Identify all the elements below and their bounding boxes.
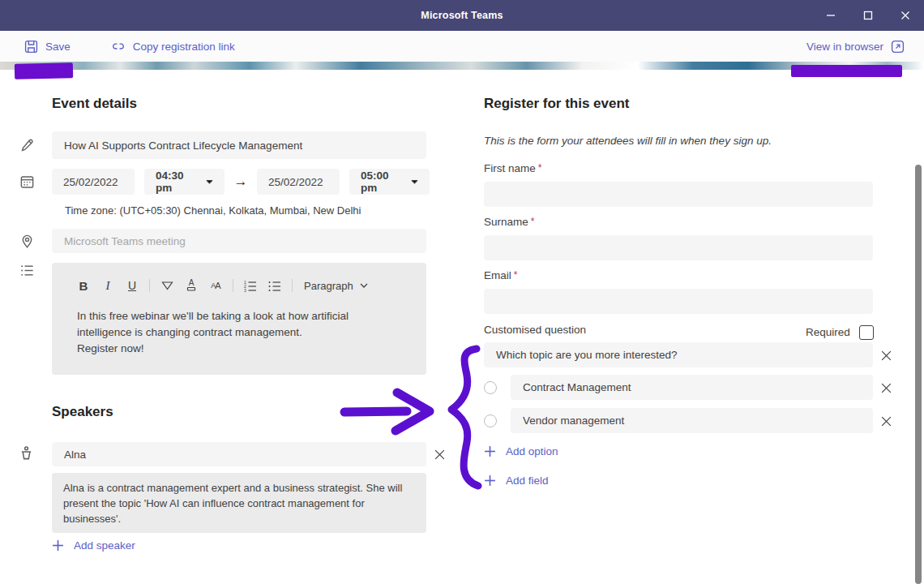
window-controls [812, 0, 924, 31]
svg-text:3: 3 [244, 288, 246, 292]
close-icon [900, 11, 910, 20]
numbered-list-icon[interactable]: 123 [238, 276, 263, 295]
description-editor: B I U A AA 123 Paragraph [52, 263, 426, 375]
purple-arrow-annotation [344, 393, 430, 431]
register-subtitle: This is the form your attendees will fil… [484, 135, 772, 147]
view-in-browser-label: View in browser [806, 41, 883, 53]
maximize-button[interactable] [849, 0, 887, 31]
clear-format-icon[interactable] [155, 276, 179, 295]
option-radio[interactable] [484, 414, 497, 427]
question-option-input[interactable] [511, 375, 873, 400]
event-banner-strip [0, 62, 924, 70]
close-icon [880, 415, 892, 427]
toolbar-divider [233, 279, 233, 292]
email-label: Email* [484, 269, 517, 281]
event-title-input[interactable] [52, 131, 426, 159]
edit-title-icon [19, 138, 35, 156]
plus-icon [484, 474, 496, 487]
teams-window: Microsoft Teams Save [0, 0, 924, 584]
chevron-down-icon [360, 282, 368, 289]
copy-registration-link-button[interactable]: Copy registration link [111, 40, 235, 53]
purple-highlight-mark-left [15, 62, 73, 79]
email-label-text: Email [484, 269, 511, 281]
view-in-browser-button[interactable]: View in browser [806, 40, 905, 54]
email-input[interactable] [484, 289, 873, 314]
save-label: Save [45, 41, 71, 53]
first-name-input[interactable] [484, 182, 873, 207]
timezone-text: Time zone: (UTC+05:30) Chennai, Kolkata,… [65, 204, 361, 217]
vertical-scrollbar-thumb[interactable] [915, 165, 922, 584]
close-button[interactable] [887, 0, 924, 31]
close-icon [880, 350, 892, 362]
plus-icon [484, 445, 496, 457]
question-option-input[interactable] [511, 408, 873, 433]
close-icon [434, 449, 446, 461]
font-size-icon[interactable]: AA [203, 276, 228, 295]
end-date-field[interactable]: 25/02/2022 [257, 169, 340, 195]
surname-input[interactable] [484, 235, 873, 260]
surname-label-text: Surname [484, 216, 528, 228]
required-asterisk: * [514, 269, 518, 281]
chevron-down-icon [206, 178, 213, 185]
save-icon [24, 40, 38, 54]
remove-question-button[interactable] [878, 347, 894, 363]
bullet-list-icon[interactable] [263, 276, 287, 295]
italic-button[interactable]: I [96, 276, 120, 295]
link-icon [111, 40, 126, 53]
editor-toolbar: B I U A AA 123 Paragraph [71, 276, 415, 295]
paragraph-style-dropdown[interactable]: Paragraph [304, 280, 368, 292]
required-checkbox[interactable] [859, 325, 874, 340]
add-field-label: Add field [506, 474, 549, 487]
first-name-label-text: First name [484, 162, 536, 174]
register-heading: Register for this event [484, 96, 630, 112]
calendar-icon [19, 174, 35, 192]
custom-question-input[interactable] [484, 342, 873, 367]
add-speaker-button[interactable]: Add speaker [52, 539, 135, 552]
remove-speaker-button[interactable] [431, 446, 447, 462]
end-time-value: 05:00 pm [361, 170, 403, 194]
purple-brace-annotation [451, 349, 478, 486]
title-bar: Microsoft Teams [0, 0, 924, 31]
first-name-label: First name* [484, 162, 541, 174]
speaker-name-input[interactable] [52, 442, 426, 466]
description-line: In this free webinar we'll be taking a l… [77, 308, 387, 341]
speakers-heading: Speakers [52, 404, 113, 420]
event-details-heading: Event details [52, 96, 137, 112]
minimize-button[interactable] [812, 0, 849, 31]
start-time-select[interactable]: 04:30 pm [144, 169, 225, 195]
event-description-text[interactable]: In this free webinar we'll be taking a l… [77, 308, 387, 357]
surname-label: Surname* [484, 216, 534, 228]
date-range-arrow-icon: → [225, 174, 257, 190]
location-pin-icon [19, 234, 35, 251]
bold-button[interactable]: B [71, 276, 96, 295]
event-schedule-row: 25/02/2022 04:30 pm → 25/02/2022 05:00 p… [52, 169, 430, 195]
details-list-icon [19, 263, 35, 281]
remove-option-button[interactable] [878, 413, 894, 429]
add-field-button[interactable]: Add field [484, 474, 549, 487]
toolbar-divider [149, 279, 150, 292]
add-option-button[interactable]: Add option [484, 445, 558, 457]
minimize-icon [826, 11, 836, 20]
svg-text:A: A [189, 279, 195, 287]
window-title: Microsoft Teams [421, 10, 503, 21]
required-asterisk: * [538, 162, 542, 174]
remove-option-button[interactable] [878, 380, 894, 396]
save-button[interactable]: Save [24, 40, 71, 54]
chevron-down-icon [411, 178, 418, 185]
action-toolbar: Save Copy registration link View in brow… [0, 31, 924, 62]
toolbar-divider [292, 279, 293, 292]
font-color-icon[interactable]: A [179, 276, 203, 295]
underline-button[interactable]: U [120, 276, 144, 295]
speaker-podium-icon [18, 445, 35, 466]
maximize-icon [863, 11, 873, 20]
end-time-select[interactable]: 05:00 pm [349, 169, 430, 195]
start-date-field[interactable]: 25/02/2022 [52, 169, 135, 195]
copy-registration-link-label: Copy registration link [133, 41, 235, 53]
speaker-bio-input[interactable]: Alna is a contract management expert and… [52, 473, 426, 533]
location-input[interactable] [52, 229, 426, 253]
add-option-label: Add option [506, 445, 558, 457]
add-speaker-label: Add speaker [74, 539, 135, 552]
option-radio[interactable] [484, 381, 497, 394]
description-line: Register now! [77, 341, 387, 357]
start-time-value: 04:30 pm [156, 170, 198, 194]
